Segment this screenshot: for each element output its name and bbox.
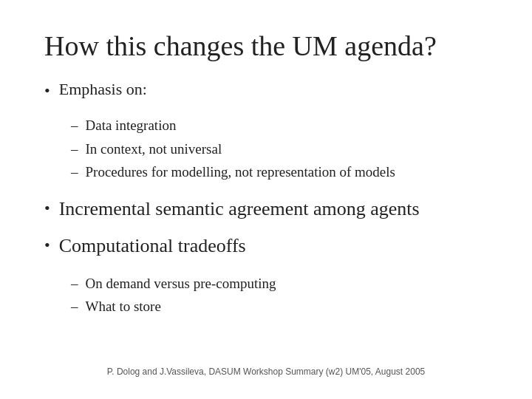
sub-dash-1: – xyxy=(71,115,78,137)
sub-text-in-context: In context, not universal xyxy=(86,139,222,160)
bullet-text-computational: Computational tradeoffs xyxy=(59,233,246,259)
sub-text-data-integration: Data integration xyxy=(86,115,177,137)
slide-title: How this changes the UM agenda? xyxy=(44,30,488,64)
bullet-text-emphasis: Emphasis on: xyxy=(59,78,147,101)
bullet-text-incremental: Incremental semantic agreement among age… xyxy=(59,196,420,222)
slide-content: • Emphasis on: – Data integration – In c… xyxy=(44,78,488,359)
sub-dash-3: – xyxy=(71,162,78,183)
sub-item-in-context: – In context, not universal xyxy=(71,139,488,160)
sub-dash-2: – xyxy=(71,139,78,160)
bullet-dot-emphasis: • xyxy=(44,80,50,103)
slide-footer: P. Dolog and J.Vassileva, DASUM Workshop… xyxy=(44,359,488,377)
bullet-computational: • Computational tradeoffs xyxy=(44,233,488,259)
sub-list-emphasis: – Data integration – In context, not uni… xyxy=(71,115,488,185)
sub-item-what-to-store: – What to store xyxy=(71,296,488,318)
sub-item-on-demand: – On demand versus pre-computing xyxy=(71,273,488,295)
sub-item-procedures: – Procedures for modelling, not represen… xyxy=(71,162,488,183)
sub-text-on-demand: On demand versus pre-computing xyxy=(86,273,276,295)
sub-item-data-integration: – Data integration xyxy=(71,115,488,137)
sub-dash-4: – xyxy=(71,273,78,295)
slide: How this changes the UM agenda? • Emphas… xyxy=(0,0,532,399)
bullet-incremental: • Incremental semantic agreement among a… xyxy=(44,196,488,222)
sub-text-what-to-store: What to store xyxy=(86,296,161,318)
sub-list-computational: – On demand versus pre-computing – What … xyxy=(71,273,488,320)
sub-dash-5: – xyxy=(71,296,78,318)
bullet-emphasis: • Emphasis on: xyxy=(44,78,488,103)
bullet-dot-incremental: • xyxy=(44,197,50,220)
bullet-dot-computational: • xyxy=(44,234,50,257)
sub-text-procedures: Procedures for modelling, not representa… xyxy=(86,162,395,183)
